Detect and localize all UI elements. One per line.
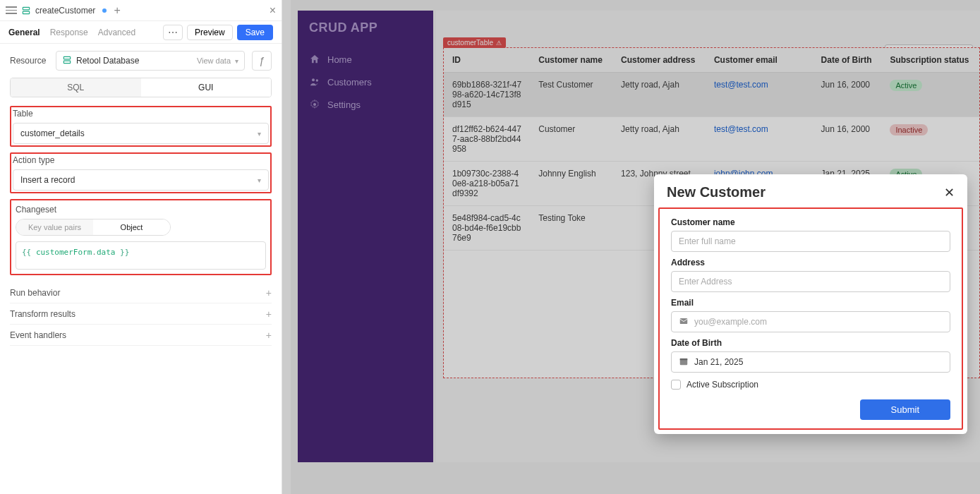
svg-rect-0 [23,7,29,10]
chevron-down-icon: ▾ [258,130,261,138]
new-customer-modal: New Customer ✕ Customer name Address Ema… [654,174,967,434]
actiontype-label: Action type [13,155,269,165]
highlight-table: Table customer_details ▾ [10,106,272,147]
resource-row: Resource Retool Database View data ▾ ƒ [10,51,272,71]
changeset-toggle: Key value pairs Object [16,219,171,236]
section-run-behavior[interactable]: Run behavior + [10,282,272,303]
checkbox-icon [671,380,681,390]
add-tab-button[interactable]: + [114,4,120,17]
query-tabs: General Response Advanced ⋯ Preview Save [0,21,282,44]
tab-advanced[interactable]: Advanced [98,28,135,37]
table-select[interactable]: customer_details ▾ [13,123,269,144]
actiontype-select[interactable]: Insert a record ▾ [13,169,269,191]
unsaved-indicator-icon [102,8,107,13]
plus-icon: + [266,308,272,320]
query-header: createCustomer + × [0,0,282,21]
database-icon [62,55,72,67]
highlight-actiontype: Action type Insert a record ▾ [10,152,272,193]
table-label: Table [13,109,269,119]
more-button[interactable]: ⋯ [163,25,183,40]
query-name[interactable]: createCustomer [35,6,95,16]
plus-icon: + [266,287,272,299]
customer-name-input[interactable] [671,231,950,252]
svg-rect-1 [23,11,29,14]
actiontype-value: Insert a record [20,175,75,185]
close-panel-button[interactable]: × [270,4,276,17]
preview-button[interactable]: Preview [187,25,233,40]
svg-rect-2 [63,56,70,59]
changeset-label: Changeset [16,205,266,215]
dob-value: Jan 21, 2025 [694,357,743,367]
view-data-link[interactable]: View data [197,56,231,65]
svg-rect-3 [63,61,70,64]
submit-button[interactable]: Submit [860,399,950,420]
field-label-address: Address [671,258,950,267]
tab-response[interactable]: Response [50,28,88,37]
envelope-icon [679,316,689,328]
field-label-email: Email [671,298,950,308]
section-event-handlers[interactable]: Event handlers + [10,325,272,346]
email-input[interactable] [671,311,950,332]
mode-gui[interactable]: GUI [141,78,272,97]
field-label-name: Customer name [671,217,950,227]
modal-title: New Customer [667,184,766,200]
changeset-code[interactable]: {{ customerForm.data }} [16,241,266,270]
resource-select[interactable]: Retool Database View data ▾ [56,51,245,71]
chevron-down-icon: ▾ [235,57,238,65]
active-subscription-checkbox[interactable]: Active Subscription [671,380,950,390]
highlight-changeset: Changeset Key value pairs Object {{ cust… [10,199,272,275]
function-button[interactable]: ƒ [252,51,272,71]
resource-value: Retool Database [76,56,139,66]
changeset-kvp[interactable]: Key value pairs [16,219,93,235]
mode-sql[interactable]: SQL [11,78,141,97]
calendar-icon [679,356,689,368]
database-icon [21,6,31,16]
plus-icon: + [266,330,272,341]
tab-general[interactable]: General [8,28,40,37]
svg-rect-7 [680,318,688,323]
app-canvas: CRUD APP Home Customers Settings Enter v… [291,0,980,494]
checkbox-label: Active Subscription [686,380,758,390]
chevron-down-icon: ▾ [258,176,261,184]
changeset-object[interactable]: Object [93,219,170,235]
query-panel: createCustomer + × General Response Adva… [0,0,282,494]
save-button[interactable]: Save [237,25,273,40]
table-value: customer_details [20,128,85,138]
dob-input[interactable]: Jan 21, 2025 [671,351,950,373]
section-transform-results[interactable]: Transform results + [10,303,272,325]
modal-close-button[interactable]: ✕ [944,185,955,200]
hamburger-icon[interactable] [6,5,17,16]
address-input[interactable] [671,271,950,292]
highlight-form: Customer name Address Email Date of Birt… [658,207,963,430]
resource-label: Resource [10,56,49,66]
field-label-dob: Date of Birth [671,338,950,348]
mode-toggle: SQL GUI [10,78,272,97]
svg-rect-9 [680,358,688,359]
